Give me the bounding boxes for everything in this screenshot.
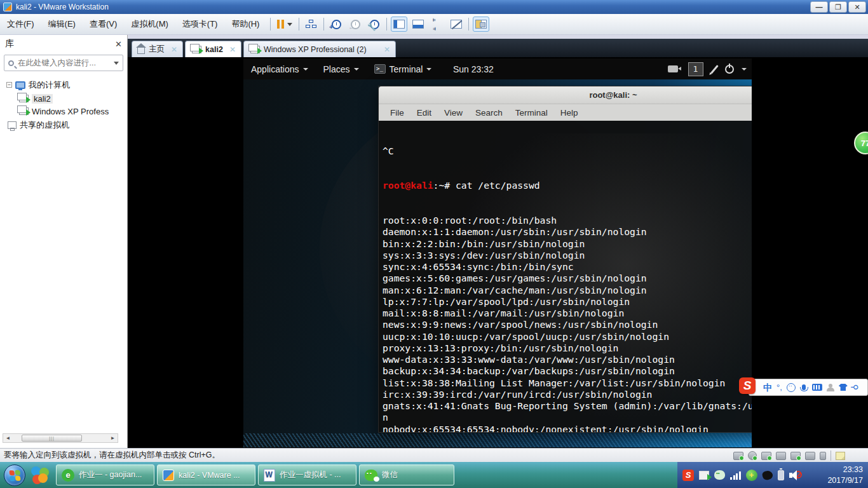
cdrom-icon[interactable] <box>748 451 757 460</box>
chevron-down-icon <box>742 68 747 71</box>
library-search[interactable] <box>4 55 123 71</box>
menu-label: Applications <box>251 64 299 74</box>
applications-menu[interactable]: Applications <box>243 58 316 79</box>
network-adapter-icon[interactable] <box>761 452 771 460</box>
scroll-right-icon[interactable]: ► <box>108 434 118 442</box>
taskbar-button-browser[interactable]: e 作业一 - gaojian... <box>56 464 154 485</box>
collapse-icon[interactable]: − <box>6 82 12 88</box>
minimize-button[interactable]: — <box>810 1 828 13</box>
toolbar-separator <box>386 18 387 30</box>
statusbar-divider <box>831 451 831 461</box>
microphone-icon[interactable] <box>802 384 806 390</box>
sogou-tray-icon[interactable]: S <box>682 470 694 481</box>
terminal-menu-terminal[interactable]: Terminal <box>509 108 554 118</box>
menu-toolbar: 文件(F) 编辑(E) 查看(V) 虚拟机(M) 选项卡(T) 帮助(H) + … <box>0 14 868 35</box>
keyboard-icon[interactable] <box>812 384 822 391</box>
terminal-menu-edit[interactable]: Edit <box>410 108 438 118</box>
close-tab-icon[interactable]: ✕ <box>384 45 390 54</box>
taskbar-button-vmware[interactable]: kali2 - VMware ... <box>157 464 255 485</box>
start-button[interactable] <box>4 464 25 486</box>
snapshot-manager-button[interactable]: 🔧 <box>366 17 383 32</box>
input-device-tray-icon[interactable] <box>761 470 773 481</box>
sound-icon[interactable] <box>790 452 801 460</box>
revert-snapshot-button[interactable]: ← <box>347 17 363 32</box>
close-tab-icon[interactable]: ✕ <box>229 45 236 54</box>
camera-icon[interactable] <box>805 452 815 460</box>
menu-view[interactable]: 查看(V) <box>83 16 124 32</box>
gnome-clock[interactable]: Sun 23:32 <box>453 58 494 79</box>
sogou-punctuation-toggle[interactable]: °, <box>776 383 782 391</box>
workspace-indicator[interactable]: 1 <box>688 62 703 76</box>
skin-icon[interactable] <box>839 384 848 391</box>
scroll-left-icon[interactable]: ◄ <box>3 434 13 442</box>
places-menu[interactable]: Places <box>316 58 367 79</box>
tab-kali2[interactable]: kali2 ✕ <box>185 41 241 57</box>
sogou-mode-toggle[interactable]: 中 <box>763 383 772 392</box>
chevron-down-icon[interactable] <box>287 23 292 26</box>
terminal-window[interactable]: root@kali: ~ — ▢ ✕ File Edit View Search… <box>378 86 752 433</box>
screen-recorder-icon[interactable] <box>668 65 678 72</box>
vmware-tray-icon[interactable] <box>699 471 709 480</box>
menu-help[interactable]: 帮助(H) <box>224 16 266 32</box>
account-icon[interactable] <box>827 384 834 391</box>
scrollbar-thumb[interactable]: ||| <box>22 435 82 442</box>
tree-item-kali2[interactable]: kali2 <box>0 92 127 105</box>
taskbar-button-wechat[interactable]: 微信 <box>359 464 454 485</box>
chevron-down-icon[interactable] <box>114 62 119 65</box>
close-button[interactable]: ✕ <box>848 1 866 13</box>
terminal-menu-file[interactable]: File <box>384 108 410 118</box>
console-view-button[interactable] <box>391 17 407 32</box>
restore-button[interactable]: ❐ <box>829 1 847 13</box>
emoji-icon[interactable] <box>787 383 796 392</box>
network-signal-icon[interactable] <box>730 471 741 480</box>
seamless-off-button[interactable] <box>448 17 465 32</box>
system-menu[interactable] <box>725 65 747 74</box>
terminal-output-line: man:x:6:12:man:/var/cache/man:/usr/sbin/… <box>383 285 752 296</box>
volume-muted-icon[interactable] <box>789 470 801 480</box>
library-panel-toggle[interactable] <box>473 17 489 32</box>
tab-home[interactable]: 主页 ✕ <box>132 41 183 57</box>
tab-windows-xp[interactable]: Windows XP Professional (2) ✕ <box>243 41 396 57</box>
tree-item-shared-vms[interactable]: 共享的虚拟机 <box>0 118 127 132</box>
fullscreen-button[interactable] <box>429 17 445 32</box>
computer-icon <box>15 81 25 89</box>
library-close-icon[interactable]: ✕ <box>115 39 122 49</box>
usb-icon[interactable] <box>820 452 826 460</box>
terminal-titlebar[interactable]: root@kali: ~ — ▢ ✕ <box>379 86 752 104</box>
terminal-menu-search[interactable]: Search <box>469 108 509 118</box>
menu-tabs[interactable]: 选项卡(T) <box>175 16 225 32</box>
close-tab-icon[interactable]: ✕ <box>171 45 177 54</box>
hard-disk-icon[interactable] <box>733 452 743 460</box>
quick-launch-360-icon[interactable] <box>31 466 50 485</box>
unity-view-button[interactable] <box>410 17 426 32</box>
360-safety-tray-icon[interactable]: + <box>746 470 757 481</box>
terminal-output-line: nobody:x:65534:65534:nobody:/nonexistent… <box>383 424 752 433</box>
send-ctrl-alt-del-button[interactable] <box>303 17 320 32</box>
search-input[interactable] <box>18 58 107 67</box>
terminal-appmenu[interactable]: >_ Terminal <box>367 58 440 79</box>
power-pause-button[interactable] <box>275 18 295 30</box>
message-log-icon[interactable] <box>836 452 845 460</box>
settings-wrench-icon[interactable]: ⚲ <box>850 384 860 391</box>
take-snapshot-button[interactable]: + <box>328 17 344 32</box>
tray-clock[interactable]: 23:33 2017/9/17 <box>827 464 863 486</box>
sidebar-horizontal-scrollbar[interactable]: ◄ ||| ► <box>3 433 118 443</box>
sogou-logo-icon[interactable]: S <box>739 377 756 394</box>
kali-desktop[interactable]: Applications Places >_ Terminal Sun 23:3… <box>243 58 752 447</box>
terminal-menu-help[interactable]: Help <box>554 108 585 118</box>
tree-item-windows-xp[interactable]: Windows XP Profess <box>0 105 127 118</box>
wechat-tray-icon[interactable] <box>714 470 725 480</box>
menu-edit[interactable]: 编辑(E) <box>41 16 83 32</box>
snapshot-revert-icon: ← <box>351 20 360 29</box>
menu-file[interactable]: 文件(F) <box>0 16 41 32</box>
printer-icon[interactable] <box>776 452 786 460</box>
menu-vm[interactable]: 虚拟机(M) <box>124 16 175 32</box>
taskbar-button-word[interactable]: 作业一虚拟机 - ... <box>258 464 356 485</box>
pen-icon[interactable] <box>710 65 718 74</box>
terminal-menu-view[interactable]: View <box>438 108 469 118</box>
tree-item-my-computer[interactable]: − 我的计算机 <box>0 78 127 92</box>
battery-icon[interactable] <box>778 470 784 480</box>
terminal-content[interactable]: ^C root@kali:~# cat /etc/passwd root:x:0… <box>379 121 752 432</box>
terminal-interrupt-line: ^C <box>383 146 752 157</box>
window-title: kali2 - VMware Workstation <box>16 3 109 11</box>
